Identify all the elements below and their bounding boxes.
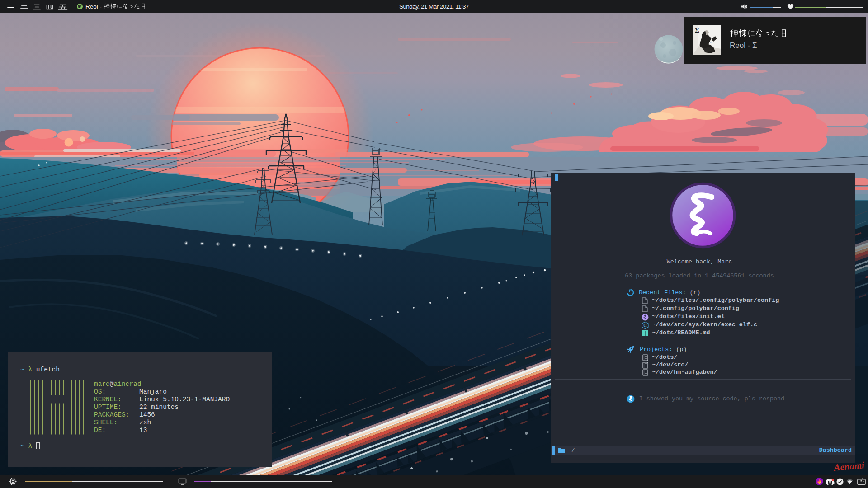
svg-text:Σ: Σ [695, 27, 699, 34]
svg-text:C: C [643, 323, 647, 328]
